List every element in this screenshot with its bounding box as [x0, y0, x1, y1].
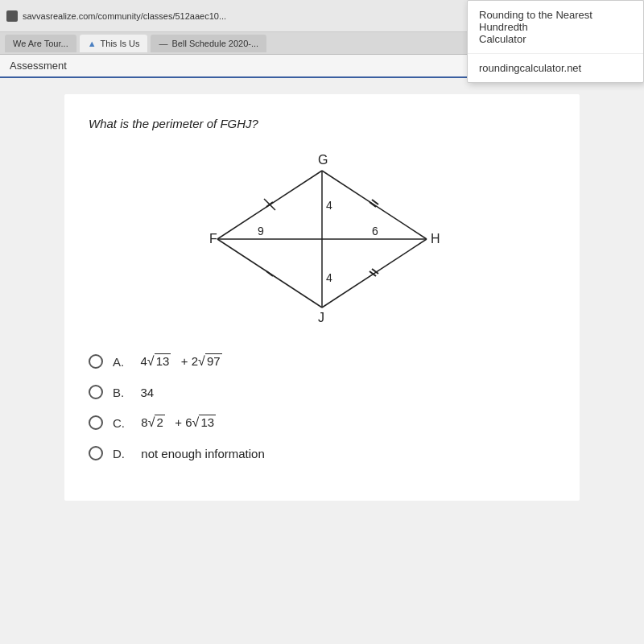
- svg-line-10: [266, 271, 273, 276]
- choice-c-math: 8√2 + 6√13: [141, 415, 216, 430]
- question-text: What is the perimeter of FGHJ?: [89, 117, 555, 130]
- choice-b: B. 34: [89, 385, 555, 399]
- dropdown-item-calculator[interactable]: Rounding to the Nearest HundredthCalcula…: [468, 1, 643, 54]
- radio-c[interactable]: [89, 415, 103, 430]
- dropdown-item-label: Rounding to the Nearest HundredthCalcula…: [479, 9, 592, 45]
- choice-c: C. 8√2 + 6√13: [89, 415, 555, 430]
- choice-b-label: B.: [113, 386, 131, 399]
- tab-label: Bell Schedule 2020-...: [171, 39, 258, 48]
- minus-icon: —: [159, 39, 167, 48]
- assessment-label: Assessment: [10, 60, 67, 72]
- choice-c-label: C.: [113, 416, 131, 430]
- svg-text:9: 9: [258, 225, 264, 237]
- radio-b[interactable]: [89, 385, 103, 399]
- content-area: What is the perimeter of FGHJ?: [64, 94, 580, 501]
- choice-d: D. not enough information: [89, 446, 555, 460]
- label-H: H: [431, 232, 440, 246]
- label-F: F: [209, 232, 217, 246]
- tab-label: We Are Tour...: [13, 39, 68, 48]
- choice-a: A. 4√13 + 2√97: [89, 354, 555, 369]
- label-J: J: [318, 311, 324, 324]
- dropdown-item-label: roundingcalculator.net: [479, 62, 581, 74]
- tab-bell-schedule[interactable]: — Bell Schedule 2020-...: [151, 35, 266, 52]
- triangle-icon: ▲: [88, 39, 97, 48]
- svg-line-2: [322, 239, 427, 308]
- choice-d-label: D.: [113, 447, 131, 460]
- dropdown-item-site[interactable]: roundingcalculator.net: [468, 54, 643, 82]
- choice-d-math: not enough information: [141, 447, 264, 460]
- svg-text:4: 4: [326, 199, 332, 212]
- choice-a-math: 4√13 + 2√97: [141, 354, 222, 369]
- tab-this-is-us[interactable]: ▲ This Is Us: [80, 35, 148, 52]
- radio-d[interactable]: [89, 446, 103, 460]
- tab-we-are-tour[interactable]: We Are Tour...: [5, 35, 76, 52]
- lock-icon: [6, 10, 18, 22]
- radio-a[interactable]: [89, 354, 103, 369]
- browser-url: savvasrealize.com/community/classes/512a…: [23, 11, 226, 21]
- choice-b-math: 34: [141, 386, 155, 399]
- svg-text:4: 4: [326, 271, 332, 284]
- search-dropdown: Rounding to the Nearest HundredthCalcula…: [467, 0, 644, 83]
- choice-a-label: A.: [113, 355, 131, 369]
- svg-text:6: 6: [372, 225, 378, 237]
- tab-label: This Is Us: [101, 39, 140, 48]
- label-G: G: [318, 153, 328, 167]
- diagram-container: F G H J 4 9 6 4: [89, 147, 555, 332]
- diagram-svg: F G H J 4 9 6 4: [193, 147, 451, 332]
